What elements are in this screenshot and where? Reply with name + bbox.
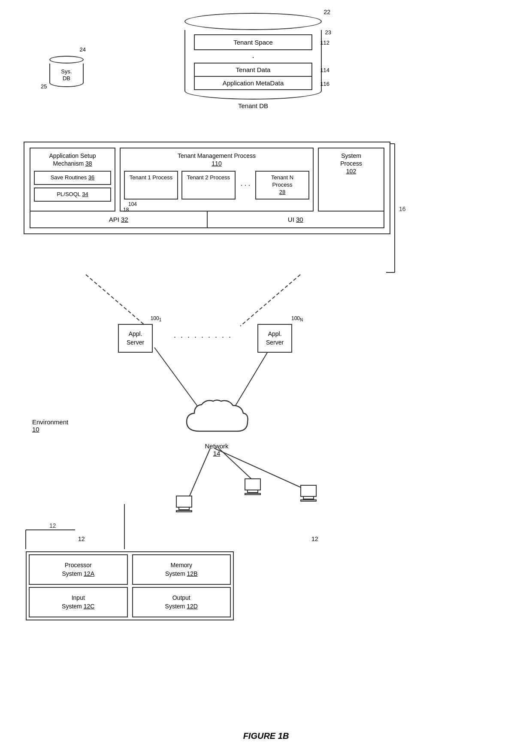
- svg-text:12: 12: [49, 522, 56, 529]
- appl-server-1-box: Appl.Server: [118, 324, 153, 353]
- api-ui-bar: API 32 UI 30: [30, 212, 384, 228]
- ref-12-right: 12: [311, 535, 318, 542]
- figure-label: FIGURE 1B: [243, 731, 289, 741]
- app-setup-col: Application Setup Mechanism 38 Save Rout…: [30, 148, 115, 212]
- svg-text:16: 16: [399, 206, 406, 212]
- tenant-db-dots: ·: [194, 52, 312, 63]
- cylinder-body: Tenant Space 112 · Tenant Data 114 Appli…: [184, 30, 322, 100]
- ref-114: 114: [320, 67, 329, 73]
- tenant1-box: Tenant 1 Process: [124, 171, 178, 200]
- tenant-data-box: Tenant Data: [194, 63, 312, 77]
- sys-db-num: 25: [41, 83, 47, 90]
- app-metadata-box: Application MetaData: [194, 77, 312, 90]
- sys-db-label: Sys.DB: [61, 68, 72, 82]
- appl-server-n: Appl.Server 100N: [257, 324, 292, 353]
- sys-db-cylinder-top: [49, 56, 84, 64]
- tenant2-box: Tenant 2 Process: [181, 171, 236, 200]
- system-proc-title: SystemProcess102: [322, 152, 380, 175]
- ref-112: 112: [320, 39, 329, 45]
- api-section: API 32: [30, 212, 208, 227]
- cloud-svg: [178, 397, 255, 440]
- ref-116: 116: [320, 80, 329, 87]
- output-system-cell: OutputSystem 12D: [132, 587, 231, 617]
- ref-23: 23: [325, 29, 331, 36]
- ref-100-1: 1001: [151, 315, 162, 322]
- tenant-mgmt-col: Tenant Management Process110 Tenant 1 Pr…: [120, 148, 314, 212]
- appl-server-n-box: Appl.Server: [257, 324, 292, 353]
- server-dots: · · · · · · · · ·: [174, 333, 232, 342]
- computer-grid: ProcessorSystem 12A MemorySystem 12B Inp…: [27, 552, 233, 620]
- main-server-box: Application Setup Mechanism 38 Save Rout…: [24, 142, 390, 234]
- tenant-mgmt-title: Tenant Management Process110: [124, 152, 309, 167]
- computer-box: ProcessorSystem 12A MemorySystem 12B Inp…: [26, 551, 234, 620]
- tenant-processes-row: Tenant 1 Process Tenant 2 Process · · · …: [124, 171, 309, 200]
- environment-label: Environment10: [32, 418, 68, 433]
- svg-line-4: [86, 275, 146, 326]
- appl-server-1: Appl.Server 1001: [118, 324, 153, 353]
- cylinder-top: [184, 13, 322, 30]
- memory-system-cell: MemorySystem 12B: [132, 554, 231, 585]
- sys-db-body: Sys.DB: [49, 64, 84, 87]
- sys-db-ref: 24: [80, 46, 86, 53]
- server-inner-top: Application Setup Mechanism 38 Save Rout…: [30, 148, 384, 212]
- client-device-1: [176, 496, 192, 512]
- ref-12-bracket: 12: [78, 535, 85, 542]
- processor-system-cell: ProcessorSystem 12A: [29, 554, 128, 585]
- tenant-process-dots: · · ·: [239, 171, 252, 200]
- tenant-db-section: 22 23 Tenant Space 112 · Tenant Data 114…: [163, 13, 343, 109]
- app-setup-title: Application Setup Mechanism 38: [34, 152, 111, 167]
- input-system-cell: InputSystem 12C: [29, 587, 128, 617]
- ref-18: 18: [123, 207, 129, 213]
- tenant-db-label: Tenant DB: [163, 102, 343, 109]
- plsoql-box: PL/SOQL 34: [34, 187, 111, 202]
- tenantN-box: Tenant NProcess28: [255, 171, 309, 200]
- ref-100-n: 100N: [291, 315, 303, 322]
- network-label: Network14: [167, 442, 266, 457]
- ref-104: 104: [128, 201, 309, 207]
- system-proc-col: SystemProcess102: [318, 148, 384, 212]
- tenant-space-box: Tenant Space: [194, 34, 312, 50]
- client-device-3: [300, 485, 317, 502]
- client-device-2: [245, 478, 261, 495]
- ref-22: 22: [323, 9, 330, 15]
- save-routines-box: Save Routines 36: [34, 171, 111, 185]
- sys-db-section: 24 Sys.DB 25: [49, 56, 84, 87]
- network-section: Network14: [167, 397, 266, 457]
- ui-section: UI 30: [208, 212, 384, 227]
